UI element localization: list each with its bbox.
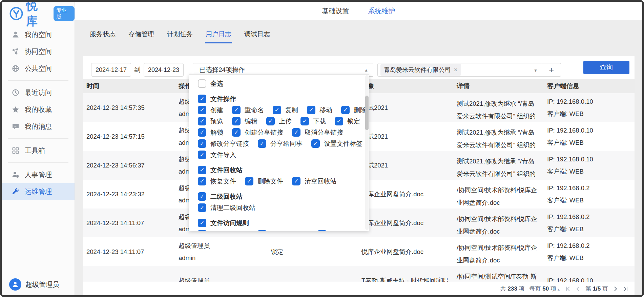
operation-option[interactable]: 创建分享链接 [232, 128, 283, 137]
cell-time: 2024-12-23 14:57:15 [83, 122, 175, 151]
operation-option[interactable]: 删除访问规则 [258, 230, 309, 232]
checkbox-checked-icon[interactable] [198, 177, 206, 185]
checkbox-checked-icon[interactable] [198, 117, 206, 125]
checkbox-checked-icon[interactable] [341, 106, 350, 114]
operation-option[interactable]: 添加访问规则 [198, 230, 249, 232]
operation-option[interactable]: 设置文件标签 [311, 139, 362, 148]
checkbox-checked-icon[interactable] [198, 166, 206, 174]
log-panel: 2024-12-17 到 2024-12-23 已选择24项操作 ▲ 青岛爱米云… [83, 56, 635, 295]
cell-time: 2024-12-23 14:57:35 [83, 93, 175, 122]
star-icon [12, 106, 19, 113]
checkbox-checked-icon[interactable] [198, 95, 206, 103]
date-from-input[interactable]: 2024-12-17 [91, 63, 131, 77]
operation-option[interactable]: 重命名 [232, 106, 264, 115]
checkbox-checked-icon[interactable] [318, 230, 326, 231]
dropdown-scrollbar-thumb[interactable] [365, 96, 369, 130]
checkbox-checked-icon[interactable] [198, 192, 206, 201]
operation-option[interactable]: 删除 [341, 106, 367, 115]
checkbox-checked-icon[interactable] [198, 106, 206, 114]
date-to-input[interactable]: 2024-12-23 [144, 63, 184, 77]
table-row[interactable]: 2024-12-23 14:11:07 超级管理员admin 锁定 悦库企业网盘… [83, 237, 635, 266]
checkbox-checked-icon[interactable] [335, 117, 343, 125]
operation-option[interactable]: 锁定 [335, 117, 360, 126]
operation-option[interactable]: 预览 [198, 117, 223, 126]
tab-storage-management[interactable]: 存储管理 [128, 30, 154, 43]
operation-option[interactable]: 编辑 [232, 117, 257, 126]
section-secondary-recycle-bin[interactable]: 二级回收站 [198, 191, 369, 202]
cell-object: 测试2021 [358, 122, 453, 151]
section-recycle-bin[interactable]: 文件回收站 [198, 164, 369, 176]
checkbox-checked-icon[interactable] [266, 117, 275, 125]
section-access-rules[interactable]: 文件访问规则 [198, 217, 369, 229]
tab-user-logs[interactable]: 用户日志 [206, 30, 231, 43]
operation-option[interactable]: 修改访问规则 [318, 230, 369, 232]
add-filter-button[interactable]: + [542, 63, 561, 77]
checkbox-checked-icon[interactable] [198, 203, 206, 212]
sidebar-item-collab-space[interactable]: 协同空间 [2, 43, 75, 60]
checkbox-checked-icon[interactable] [292, 177, 300, 185]
sidebar-item-messages[interactable]: 我的消息 [2, 118, 75, 135]
remove-tag-icon[interactable]: ✕ [454, 67, 458, 73]
select-all-option[interactable]: 全选 [198, 78, 369, 89]
checkbox-checked-icon[interactable] [258, 139, 266, 148]
operation-option[interactable]: 移动 [307, 106, 332, 115]
sidebar-item-toolbox[interactable]: 工具箱 [2, 142, 75, 159]
tab-service-status[interactable]: 服务状态 [90, 30, 116, 43]
query-button[interactable]: 查询 [583, 61, 629, 74]
operation-option[interactable]: 清理二级回收站 [198, 203, 255, 212]
checkbox-checked-icon[interactable] [198, 219, 206, 227]
sidebar-item-label: 运维管理 [25, 187, 52, 196]
sidebar-item-hr-management[interactable]: 人事管理 [2, 166, 75, 183]
prev-page-button[interactable] [575, 286, 581, 292]
top-nav-system-maintenance[interactable]: 系统维护 [368, 6, 395, 16]
cell-object: 悦库企业网盘简介.doc [358, 237, 453, 266]
operation-option[interactable]: 恢复文件 [198, 177, 236, 186]
sidebar-item-public-space[interactable]: 公共空间 [2, 60, 75, 77]
next-page-button[interactable] [613, 286, 618, 292]
col-object: 对象 [358, 82, 453, 91]
checkbox-checked-icon[interactable] [300, 117, 309, 125]
operation-option[interactable]: 文件导入 [198, 151, 236, 159]
checkbox-checked-icon[interactable] [198, 230, 206, 231]
tab-debug-logs[interactable]: 调试日志 [244, 30, 270, 43]
checkbox-checked-icon[interactable] [307, 106, 315, 114]
operation-option[interactable]: 上传 [266, 117, 292, 126]
operation-option[interactable]: 修改分享链接 [198, 139, 249, 148]
cell-time: 2024-12-23 14:11:07 [83, 209, 175, 237]
checkbox-checked-icon[interactable] [245, 177, 253, 185]
checkbox-checked-icon[interactable] [198, 151, 206, 159]
checkbox-checked-icon[interactable] [232, 117, 241, 125]
company-select[interactable]: 青岛爱米云软件有限公司 ✕ ▼ [377, 63, 542, 77]
cell-client: IP: 192.168.0.10客户端: WEB [544, 93, 635, 122]
checkbox-checked-icon[interactable] [198, 128, 206, 137]
operation-option[interactable]: 下载 [300, 117, 326, 126]
checkbox-checked-icon[interactable] [258, 230, 266, 231]
sidebar-item-recent[interactable]: 最近访问 [2, 84, 75, 101]
message-icon [12, 123, 19, 130]
top-nav-basic-settings[interactable]: 基础设置 [322, 6, 349, 16]
sidebar-item-favorites[interactable]: 我的收藏 [2, 101, 75, 118]
page-size-select[interactable]: 每页 50 项▲ [529, 285, 560, 293]
operation-option[interactable]: 创建 [198, 106, 223, 115]
checkbox-checked-icon[interactable] [198, 139, 206, 148]
first-page-button[interactable] [565, 286, 570, 292]
operation-option[interactable]: 取消分享链接 [292, 128, 343, 137]
sidebar-item-label: 协同空间 [25, 47, 52, 56]
checkbox-unchecked-icon[interactable] [198, 79, 206, 88]
checkbox-checked-icon[interactable] [311, 139, 320, 148]
current-user[interactable]: 超级管理员 [2, 278, 75, 295]
sidebar-item-ops-management[interactable]: 运维管理 [2, 183, 75, 200]
checkbox-checked-icon[interactable] [232, 106, 241, 114]
operation-option[interactable]: 删除文件 [245, 177, 283, 186]
last-page-button[interactable] [623, 286, 628, 292]
operation-option[interactable]: 分享给同事 [258, 139, 303, 148]
section-file-operations[interactable]: 文件操作 [198, 93, 369, 104]
grid-icon [12, 147, 19, 154]
checkbox-checked-icon[interactable] [273, 106, 281, 114]
operation-option[interactable]: 解锁 [198, 128, 223, 137]
checkbox-checked-icon[interactable] [232, 128, 241, 137]
operation-option[interactable]: 复制 [273, 106, 298, 115]
operation-option[interactable]: 清空回收站 [292, 177, 337, 186]
tab-scheduled-tasks[interactable]: 计划任务 [167, 30, 193, 43]
checkbox-checked-icon[interactable] [292, 128, 300, 137]
